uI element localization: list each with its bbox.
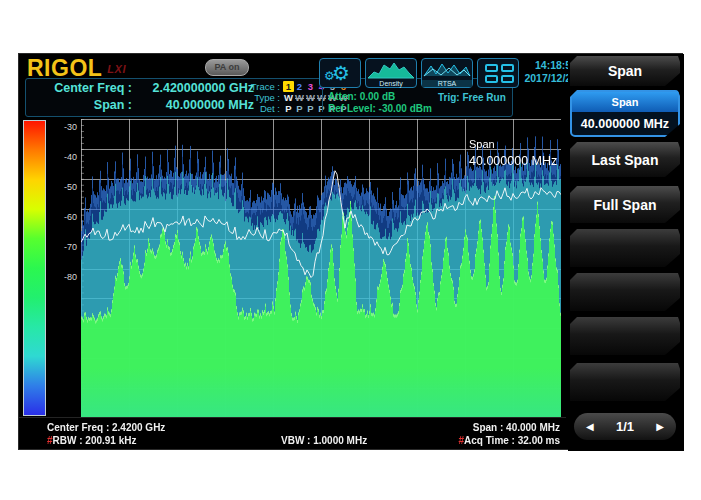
y-tick-label: -30 xyxy=(47,122,77,132)
acq-value: Acq Time : 32.00 ms xyxy=(464,435,560,446)
atten-value: Atten: 0.00 dB xyxy=(328,91,395,102)
center-freq-label: Center Freq : xyxy=(36,80,132,97)
trace-number: 2 xyxy=(294,81,305,92)
system-settings-button[interactable]: ⚙ ⚙ xyxy=(319,58,361,88)
det-row-label: Det : xyxy=(244,103,280,114)
softkey-span-selected[interactable]: Span 40.000000 MHz xyxy=(570,90,680,137)
density-colorbar xyxy=(23,120,46,416)
page-prev-arrow[interactable]: ◀ xyxy=(586,421,594,432)
y-tick-label: -70 xyxy=(47,242,77,252)
windows-grid-icon xyxy=(485,64,514,83)
page-indicator: 1/1 xyxy=(616,419,634,434)
type-row-label: Type : xyxy=(244,92,280,103)
density-spectrum-icon xyxy=(366,60,416,80)
trace-type: W xyxy=(283,92,294,103)
menu-page-nav: ◀ 1/1 ▶ xyxy=(574,413,676,440)
softkey-blank[interactable] xyxy=(570,229,680,267)
softkey-span-value: 40.000000 MHz xyxy=(572,112,678,135)
trigger-status: Trig: Free Run xyxy=(438,92,506,103)
status-bar: Center Freq : 2.4200 GHz Span : 40.000 M… xyxy=(19,417,566,452)
softkey-span-label: Span xyxy=(572,92,678,112)
softkey-last-span[interactable]: Last Span xyxy=(570,142,680,177)
span-annotation: Span 40.000000 MHz xyxy=(469,134,557,168)
center-freq-value: 2.420000000 GHz xyxy=(132,80,254,97)
status-vbw: VBW : 1.0000 MHz xyxy=(281,435,367,446)
trace-number: 3 xyxy=(305,81,316,92)
page: { "device": { "brand": "RIGOL", "brand_s… xyxy=(0,0,701,500)
trace-type: W xyxy=(294,92,305,103)
span-value: 40.000000 MHz xyxy=(132,97,254,114)
span-label: Span : xyxy=(36,97,132,114)
rtsa-spectrum-icon xyxy=(422,60,472,78)
status-rbw: #RBW : 200.91 kHz xyxy=(47,435,136,446)
instrument-screen: RIGOLLXI PA on Center Freq :2.420000000 … xyxy=(18,53,683,450)
trace-detector: P xyxy=(305,103,316,114)
atten-readout: Atten: 0.00 dBRef Level: -30.00 dBm xyxy=(328,91,432,115)
softkey-blank[interactable] xyxy=(570,273,680,311)
menu-title-span: Span xyxy=(570,56,680,86)
rtsa-view-button[interactable]: RTSA xyxy=(421,58,473,88)
span-annotation-value: 40.000000 MHz xyxy=(469,154,557,168)
gear-small-icon: ⚙ xyxy=(324,69,335,83)
status-span: Span : 40.000 MHz xyxy=(473,422,560,433)
rtsa-button-label: RTSA xyxy=(422,80,472,87)
y-tick-label: -80 xyxy=(47,272,77,282)
status-center-freq: Center Freq : 2.4200 GHz xyxy=(47,422,165,433)
status-acq-time: #Acq Time : 32.00 ms xyxy=(458,435,560,446)
pa-on-button[interactable]: PA on xyxy=(205,59,249,76)
page-next-arrow[interactable]: ▶ xyxy=(656,421,664,432)
trace-detector: P xyxy=(294,103,305,114)
freq-readout: Center Freq :2.420000000 GHz Span :40.00… xyxy=(36,80,254,114)
density-button-label: Density xyxy=(366,80,416,87)
y-tick-label: -40 xyxy=(47,152,77,162)
trace-detector: P xyxy=(283,103,294,114)
trace-type: W xyxy=(305,92,316,103)
trace-row-label: Trace : xyxy=(244,81,280,92)
brand-lxi-badge: LXI xyxy=(107,63,126,75)
span-annotation-label: Span xyxy=(469,134,557,154)
y-tick-label: -50 xyxy=(47,182,77,192)
softkey-menu: Span Span 40.000000 MHz Last Span Full S… xyxy=(568,54,684,451)
softkey-blank[interactable] xyxy=(570,317,680,355)
trace-number: 1 xyxy=(283,81,294,92)
y-tick-label: -60 xyxy=(47,212,77,222)
ref-level-value: Ref Level: -30.00 dBm xyxy=(328,103,432,114)
rbw-value: RBW : 200.91 kHz xyxy=(53,435,137,446)
softkey-blank[interactable] xyxy=(570,363,680,401)
density-view-button[interactable]: Density xyxy=(365,58,417,88)
softkey-full-span[interactable]: Full Span xyxy=(570,186,680,223)
